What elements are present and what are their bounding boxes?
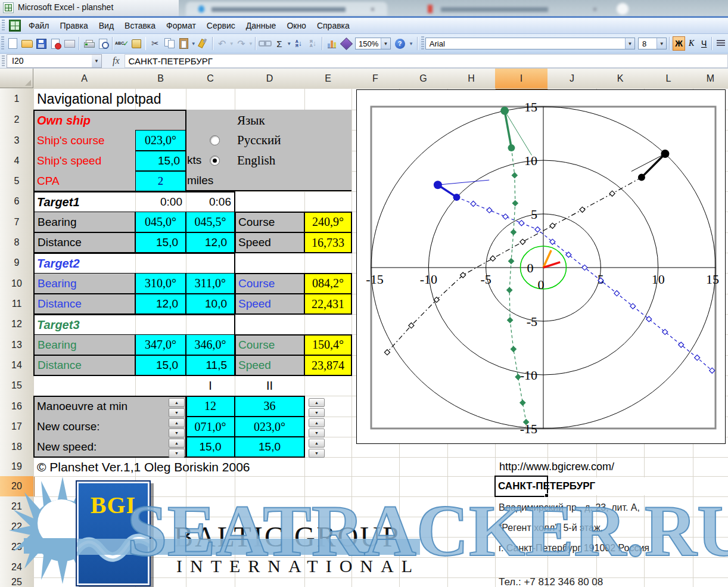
target1-time0[interactable]: 0:00 <box>135 192 182 212</box>
new-document-icon[interactable] <box>5 37 20 50</box>
chart-wizard-icon[interactable] <box>325 37 339 50</box>
speed-1-spinner[interactable]: ▲▼ <box>169 439 185 459</box>
row-header-5[interactable]: 5 <box>0 171 34 192</box>
spin-down-icon[interactable]: ▼ <box>309 408 325 417</box>
autosum-icon[interactable]: Σ <box>272 37 287 50</box>
col-header-A[interactable]: A <box>33 69 136 89</box>
tab-close-icon[interactable]: × <box>371 5 377 11</box>
cut-icon[interactable]: ✂ <box>148 37 162 50</box>
font-name-combo[interactable]: Arial▼ <box>425 38 635 49</box>
target3-speed-label[interactable]: Speed <box>235 355 304 375</box>
fx-icon[interactable]: fx <box>108 55 125 66</box>
row-header-6[interactable]: 6 <box>0 191 34 212</box>
row-header-9[interactable]: 9 <box>0 253 34 274</box>
name-box[interactable]: I20 ▼ <box>7 54 102 68</box>
paste-icon[interactable] <box>176 37 191 50</box>
target1-bearing-t1[interactable]: 045,5° <box>186 212 235 232</box>
target1-distance-label[interactable]: Distance <box>33 232 135 253</box>
target3-distance-label[interactable]: Distance <box>33 355 135 375</box>
target2-bearing-label[interactable]: Bearing <box>33 273 135 294</box>
col-header-F[interactable]: F <box>351 69 400 89</box>
row-header-8[interactable]: 8 <box>0 232 34 253</box>
row-header-4[interactable]: 4 <box>0 151 34 172</box>
row-header-1[interactable]: 1 <box>0 88 34 110</box>
menu-item-2[interactable]: Вид <box>94 19 119 32</box>
col-header-J[interactable]: J <box>547 69 597 89</box>
target1-distance-t0[interactable]: 15,0 <box>135 232 186 253</box>
open-folder-icon[interactable] <box>20 37 34 50</box>
spin-down-icon[interactable]: ▼ <box>169 428 185 437</box>
target2-distance-label[interactable]: Distance <box>33 294 135 314</box>
menu-item-0[interactable]: Файл <box>23 19 54 32</box>
bold-button[interactable]: Ж <box>673 36 685 51</box>
website-url[interactable]: http://www.bgicrew.com/ <box>499 458 678 475</box>
menu-item-3[interactable]: Вставка <box>119 19 161 32</box>
underline-button[interactable]: Ч <box>698 36 710 51</box>
target2-course-label[interactable]: Course <box>235 273 304 294</box>
selected-cell-value[interactable]: САНКТ-ПЕТЕРБУРГ <box>498 477 647 495</box>
manoeuvre-col1-label[interactable]: I <box>186 377 235 395</box>
language-radio-english[interactable] <box>210 156 220 166</box>
menu-item-6[interactable]: Данные <box>241 19 282 32</box>
row-header-15[interactable]: 15 <box>0 375 34 396</box>
col-header-E[interactable]: E <box>304 69 352 89</box>
undo-icon[interactable]: ↶ <box>215 37 229 50</box>
col-header-H[interactable]: H <box>447 69 496 89</box>
target2-bearing-t1[interactable]: 311,0° <box>186 273 235 294</box>
cpa-value[interactable]: 2 <box>135 171 186 191</box>
col-header-K[interactable]: K <box>596 69 645 89</box>
select-all-corner[interactable] <box>0 69 33 88</box>
target2-distance-t0[interactable]: 12,0 <box>135 294 186 314</box>
col-header-L[interactable]: L <box>644 69 693 89</box>
redo-icon[interactable]: ↷ <box>234 37 248 50</box>
spin-up-icon[interactable]: ▲ <box>309 398 325 407</box>
row-header-2[interactable]: 2 <box>0 110 34 131</box>
target3-course-label[interactable]: Course <box>235 334 304 355</box>
tab2-close-icon[interactable]: × <box>593 5 599 11</box>
minute-1-spinner[interactable]: ▲▼ <box>169 398 185 418</box>
cpa-label[interactable]: CPA <box>37 171 135 191</box>
formula-input[interactable]: САНКТ-ПЕТЕРБУРГ <box>125 54 728 68</box>
col-header-G[interactable]: G <box>399 69 448 89</box>
research-icon[interactable] <box>129 37 144 50</box>
col-header-D[interactable]: D <box>235 69 305 89</box>
target1-speed-value[interactable]: 16,733 <box>304 232 351 253</box>
row-header-12[interactable]: 12 <box>0 314 34 335</box>
print-icon[interactable] <box>82 37 96 50</box>
target1-time1[interactable]: 0:06 <box>186 192 231 212</box>
new-speed-2[interactable]: 15,0 <box>235 437 304 457</box>
course-2-spinner[interactable]: ▲▼ <box>309 418 325 439</box>
target3-distance-t1[interactable]: 11,5 <box>186 355 235 375</box>
spelling-icon[interactable]: ABC✓ <box>115 37 129 50</box>
spin-down-icon[interactable]: ▼ <box>309 449 325 458</box>
col-header-C[interactable]: C <box>186 69 235 89</box>
col-header-B[interactable]: B <box>135 69 186 89</box>
row-header-10[interactable]: 10 <box>0 273 34 294</box>
spin-up-icon[interactable]: ▲ <box>169 398 185 407</box>
language-option-english[interactable]: English <box>237 152 303 169</box>
ship-speed-value[interactable]: 15,0 <box>135 151 186 171</box>
new-speed-1[interactable]: 15,0 <box>186 437 235 457</box>
language-radio-russian[interactable] <box>210 135 220 145</box>
row-header-3[interactable]: 3 <box>0 130 34 151</box>
toolbar-options-icon[interactable]: ▾ <box>407 37 415 50</box>
print-preview-icon[interactable] <box>96 37 110 50</box>
target2-course-value[interactable]: 084,2° <box>304 273 351 294</box>
target2-speed-value[interactable]: 22,431 <box>304 294 351 314</box>
spin-up-icon[interactable]: ▲ <box>309 439 325 448</box>
sort-asc-icon[interactable]: АЯ↓ <box>291 37 306 50</box>
menu-item-1[interactable]: Правка <box>54 19 93 32</box>
target1-course-label[interactable]: Course <box>235 212 304 232</box>
target1-speed-label[interactable]: Speed <box>235 232 304 253</box>
target2-distance-t1[interactable]: 10,0 <box>186 294 235 314</box>
align-left-icon[interactable] <box>714 37 728 50</box>
row-header-11[interactable]: 11 <box>0 294 34 315</box>
row-header-16[interactable]: 16 <box>0 396 34 417</box>
manoeuvre-minute-1[interactable]: 12 <box>186 396 235 417</box>
format-painter-icon[interactable] <box>196 37 210 50</box>
paste-dropdown-icon[interactable]: ▼ <box>191 41 195 46</box>
minute-2-spinner[interactable]: ▲▼ <box>309 398 325 418</box>
save-icon[interactable] <box>34 37 48 50</box>
language-option-russian[interactable]: Русский <box>237 132 303 148</box>
tab-new-button[interactable] <box>617 3 629 15</box>
